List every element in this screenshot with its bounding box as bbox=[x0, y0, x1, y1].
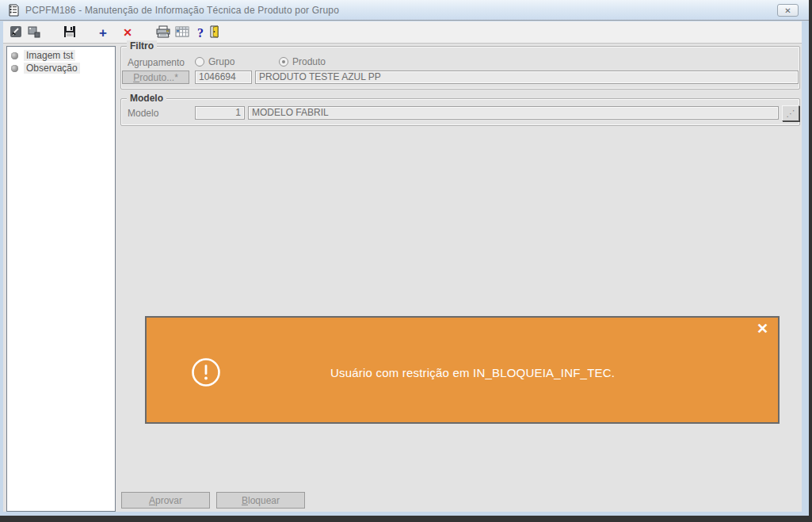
radio-produto-label: Produto bbox=[292, 56, 326, 67]
modelo-desc-field[interactable]: MODELO FABRIL bbox=[248, 106, 779, 120]
cascade-windows-button[interactable] bbox=[26, 25, 42, 40]
radio-circle-icon bbox=[195, 57, 204, 67]
tree-node-icon bbox=[11, 65, 18, 72]
filtro-groupbox: Filtro Agrupamento Grupo Produto Produto… bbox=[120, 46, 800, 90]
exit-button[interactable] bbox=[207, 25, 223, 40]
tree-item-label: Observação bbox=[24, 63, 80, 74]
delete-x-icon: ✕ bbox=[123, 26, 132, 39]
save-icon bbox=[63, 25, 77, 39]
grid-button[interactable] bbox=[174, 25, 190, 40]
plus-icon: + bbox=[99, 25, 107, 40]
print-button[interactable] bbox=[155, 25, 171, 40]
save-button[interactable] bbox=[62, 25, 78, 40]
app-window: PCPFM186 - Manutenção de Informação Técn… bbox=[0, 0, 809, 516]
radio-grupo[interactable]: Grupo bbox=[195, 56, 234, 67]
tree-node-icon bbox=[11, 52, 18, 59]
cascade-windows-icon bbox=[27, 25, 41, 39]
client-area: + ✕ bbox=[3, 21, 802, 512]
warning-exclamation-icon bbox=[191, 357, 221, 387]
agrupamento-label: Agrupamento bbox=[128, 57, 185, 68]
aprovar-button[interactable]: Aprovar bbox=[121, 492, 210, 509]
select-arrow-icon bbox=[9, 25, 23, 39]
add-button[interactable]: + bbox=[95, 25, 111, 40]
close-button[interactable]: ✕ bbox=[777, 4, 799, 17]
help-button[interactable]: ? bbox=[193, 25, 208, 40]
bloquear-button[interactable]: Bloquear bbox=[216, 492, 305, 509]
sidebar-item-imagem-tst[interactable]: Imagem tst bbox=[7, 49, 115, 62]
radio-grupo-label: Grupo bbox=[208, 56, 234, 67]
sidebar-item-observacao[interactable]: Observação bbox=[7, 62, 115, 74]
modelo-label: Modelo bbox=[128, 108, 158, 119]
filtro-legend: Filtro bbox=[127, 40, 157, 51]
exit-door-icon bbox=[208, 25, 222, 39]
select-arrow-button[interactable] bbox=[8, 25, 24, 40]
produto-desc-field[interactable]: PRODUTO TESTE AZUL PP bbox=[255, 70, 799, 84]
grid-table-icon bbox=[175, 25, 189, 39]
produto-code-field[interactable]: 1046694 bbox=[195, 70, 252, 84]
title-bar: PCPFM186 - Manutenção de Informação Técn… bbox=[0, 0, 809, 21]
modelo-groupbox: Modelo Modelo 1 MODELO FABRIL ⋰ bbox=[120, 98, 800, 126]
sidebar-list: Imagem tst Observação bbox=[6, 46, 116, 512]
radio-produto[interactable]: Produto bbox=[279, 56, 326, 67]
screen: PCPFM186 - Manutenção de Informação Técn… bbox=[0, 0, 812, 522]
toast-notification: Usuário com restrição em IN_BLOQUEIA_INF… bbox=[145, 316, 780, 424]
window-title: PCPFM186 - Manutenção de Informação Técn… bbox=[25, 5, 339, 16]
report-document-icon bbox=[7, 4, 20, 17]
modelo-legend: Modelo bbox=[127, 93, 166, 104]
toast-message: Usuário com restrição em IN_BLOQUEIA_INF… bbox=[330, 366, 615, 379]
modelo-code-field[interactable]: 1 bbox=[195, 106, 245, 120]
modelo-ellipsis-button[interactable]: ⋰ bbox=[782, 105, 799, 121]
delete-button[interactable]: ✕ bbox=[120, 25, 135, 40]
radio-circle-icon bbox=[279, 57, 288, 67]
produto-lookup-button[interactable]: Produto...* bbox=[122, 70, 189, 84]
toolbar: + ✕ bbox=[3, 21, 802, 44]
printer-icon bbox=[156, 25, 171, 39]
tree-item-label: Imagem tst bbox=[24, 50, 75, 61]
toast-close-button[interactable]: ✕ bbox=[757, 321, 768, 337]
question-mark-icon: ? bbox=[197, 26, 204, 40]
